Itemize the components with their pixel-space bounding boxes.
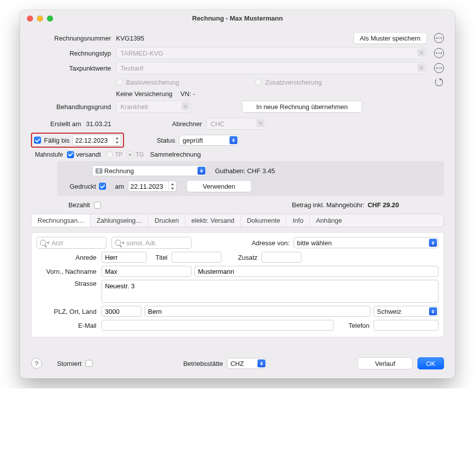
label-salutation: Anrede <box>36 254 102 261</box>
ok-button[interactable]: OK <box>418 357 444 369</box>
more-icon[interactable] <box>434 48 444 58</box>
label-taxpoints: Taxpunktwerte <box>31 65 116 72</box>
title-input[interactable] <box>172 252 222 263</box>
help-button[interactable]: ? <box>31 358 42 369</box>
label-sent: versandt <box>76 151 101 158</box>
take-to-new-invoice-button[interactable]: In neue Rechnung übernehmen <box>242 101 362 113</box>
phone-input[interactable] <box>374 320 438 331</box>
basic-insurance-radio <box>116 79 123 86</box>
label-paid: Bezahlt <box>31 201 94 209</box>
window-title: Rechnung - Max Mustermann <box>20 15 455 22</box>
tab-payments[interactable]: Zahlungseing… <box>90 214 148 227</box>
amount-label: Betrag inkl. Mahngebühr: <box>292 201 364 209</box>
treatment-reason-select: Krankheit <box>116 101 191 113</box>
no-insurance-label: Keine Versicherung <box>116 90 172 98</box>
amount-value: CHF 29.20 <box>368 201 399 209</box>
additional-insurance-label: Zusatzversicherung <box>265 79 322 86</box>
salutation-input[interactable] <box>102 252 146 263</box>
created-date: 31.03.21 <box>86 120 161 128</box>
label-cancelled: Storniert <box>57 360 82 367</box>
use-button[interactable]: Verwenden <box>186 180 252 192</box>
label-zip-city-country: PLZ, Ort, Land <box>36 308 102 315</box>
label-invoice-type: Rechnungstyp <box>31 50 116 57</box>
tab-print[interactable]: Drucken <box>148 214 185 227</box>
sent-checkbox[interactable] <box>67 151 74 158</box>
label-title: Titel <box>146 254 172 261</box>
due-date-input[interactable] <box>72 135 121 146</box>
city-input[interactable] <box>144 306 370 317</box>
country-select[interactable]: Schweiz <box>374 306 438 317</box>
status-select[interactable]: geprüft <box>179 135 239 146</box>
label-site: Betriebsstätte <box>183 360 223 367</box>
titlebar: Rechnung - Max Mustermann <box>20 10 455 27</box>
tab-invoice-address[interactable]: Rechnungsan… <box>32 214 90 227</box>
tp-label: TP <box>115 151 122 158</box>
label-treatment-reason: Behandlungsgrund <box>31 103 116 111</box>
paid-checkbox[interactable] <box>94 202 101 209</box>
label-created: Erstellt am <box>31 120 86 128</box>
due-date-checkbox[interactable] <box>34 137 41 144</box>
label-biller: Abrechner <box>161 120 206 128</box>
dun-level-select[interactable]: 0Rechnung <box>92 165 207 176</box>
label-due: Fällig bis <box>44 137 70 144</box>
tab-documents[interactable]: Dokumente <box>241 214 286 227</box>
reload-icon[interactable] <box>434 77 444 87</box>
additional-insurance-radio <box>255 79 262 86</box>
tab-attachments[interactable]: Anhänge <box>310 214 348 227</box>
label-street: Strasse <box>36 280 102 287</box>
label-printed: Gedruckt <box>62 183 99 190</box>
more-icon[interactable] <box>434 63 444 73</box>
biller-select: CHC <box>206 118 266 130</box>
history-button[interactable]: Verlauf <box>358 357 412 369</box>
printed-checkbox[interactable] <box>99 183 106 190</box>
label-status: Status <box>124 137 179 144</box>
label-invoice-no: Rechnungsnummer <box>31 35 116 42</box>
site-select[interactable]: CHZ <box>227 358 267 369</box>
label-phone: Telefon <box>334 322 374 329</box>
more-icon[interactable] <box>434 33 444 43</box>
search-icon <box>40 240 46 246</box>
lastname-input[interactable] <box>194 266 438 277</box>
firstname-input[interactable] <box>102 266 192 277</box>
invoice-no-value: KVG1395 <box>116 35 144 42</box>
tg-radio <box>126 151 134 158</box>
save-as-template-button[interactable]: Als Muster speichern <box>354 32 427 44</box>
tg-label: TG <box>136 151 144 158</box>
invoice-type-select: TARMED-KVG <box>116 47 427 59</box>
search-other-address[interactable]: ▾ sonst. Adr. <box>112 237 192 249</box>
tab-electronic[interactable]: elektr. Versand <box>186 214 241 227</box>
invoice-window: Rechnung - Max Mustermann Rechnungsnumme… <box>20 10 455 378</box>
detail-tabs: Rechnungsan… Zahlungseing… Drucken elekt… <box>31 214 444 227</box>
printed-date-input[interactable] <box>128 181 176 192</box>
tp-radio <box>106 151 113 158</box>
search-icon <box>115 240 121 246</box>
credit-label: Guthaben: CHF 3.45 <box>215 167 275 175</box>
email-input[interactable] <box>102 320 334 331</box>
address-block: ▾ Arzt ▾ sonst. Adr. Adresse von: bitte … <box>31 232 444 337</box>
label-on: am <box>115 183 124 190</box>
vn-label: VN: - <box>180 90 196 98</box>
suffix-input[interactable] <box>262 252 302 263</box>
dunning-panel: 0Rechnung Guthaben: CHF 3.45 Gedruckt am… <box>57 161 444 196</box>
due-date-highlight: Fällig bis <box>31 133 124 148</box>
label-address-from: Adresse von: <box>192 239 294 247</box>
label-suffix: Zusatz <box>222 254 262 261</box>
basic-insurance-label: Basisversicherung <box>126 79 179 86</box>
cancelled-checkbox[interactable] <box>86 360 92 367</box>
tab-info[interactable]: Info <box>286 214 310 227</box>
taxpoints-select: Testtarif <box>116 62 427 74</box>
label-group-invoice: Sammelrechnung <box>150 151 201 158</box>
search-doctor[interactable]: ▾ Arzt <box>36 237 106 249</box>
label-dunlevel: Mahnstufe <box>31 151 67 158</box>
label-email: E-Mail <box>36 322 102 329</box>
street-input[interactable]: Neuestr. 3 <box>102 280 438 303</box>
zip-input[interactable] <box>102 306 142 317</box>
label-names: Vorn., Nachname <box>36 268 102 275</box>
address-from-select[interactable]: bitte wählen <box>294 237 438 248</box>
